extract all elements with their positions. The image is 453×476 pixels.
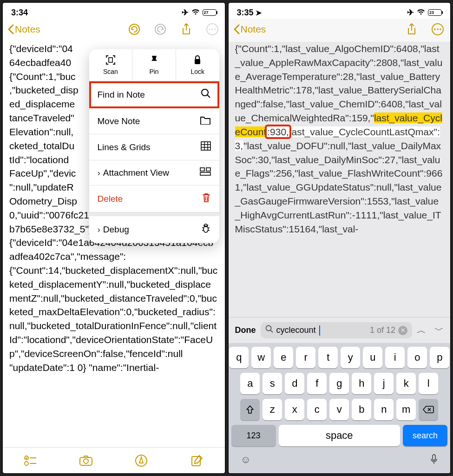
back-label: Notes: [15, 24, 40, 35]
scan-button[interactable]: Scan: [89, 49, 133, 81]
match-count: 1 of 12: [370, 325, 395, 335]
key-r[interactable]: r: [296, 347, 315, 368]
svg-rect-34: [433, 455, 435, 460]
key-s[interactable]: s: [263, 373, 282, 394]
key-k[interactable]: k: [396, 373, 416, 394]
backspace-key[interactable]: [419, 399, 438, 420]
key-w[interactable]: w: [251, 347, 271, 368]
key-h[interactable]: h: [352, 373, 371, 394]
cycle-count-value: :930,: [267, 126, 289, 137]
svg-line-33: [270, 330, 273, 332]
status-icons: ✈ 27: [182, 7, 217, 18]
emoji-key[interactable]: ☺: [241, 454, 251, 468]
back-button[interactable]: Notes: [233, 24, 266, 35]
key-u[interactable]: u: [363, 347, 382, 368]
key-t[interactable]: t: [318, 347, 338, 368]
phone-left: 3:34 ✈ 27 Notes {: [2, 2, 226, 474]
lock-button[interactable]: Lock: [176, 49, 219, 81]
svg-point-0: [129, 24, 139, 34]
wifi-icon: [417, 8, 425, 18]
svg-rect-14: [109, 58, 112, 62]
svg-rect-23: [200, 168, 204, 171]
redo-button[interactable]: [152, 21, 168, 37]
trash-icon: [202, 192, 211, 205]
back-button[interactable]: Notes: [7, 24, 40, 35]
key-d[interactable]: d: [285, 373, 304, 394]
key-i[interactable]: i: [385, 347, 405, 368]
checklist-icon[interactable]: [23, 453, 39, 469]
debug-row[interactable]: ›Debug: [89, 216, 219, 243]
delete-row[interactable]: Delete: [89, 185, 219, 212]
key-z[interactable]: z: [263, 399, 282, 420]
find-bar: Done cyclecount 1 of 12 ✕ ︿ ﹀: [229, 317, 451, 343]
key-l[interactable]: l: [419, 373, 438, 394]
find-in-note-row[interactable]: Find in Note: [89, 81, 219, 108]
location-icon: ➤: [256, 9, 262, 17]
lines-grids-row[interactable]: Lines & Grids: [89, 134, 219, 160]
grid-icon: [201, 141, 211, 153]
bottom-toolbar: [3, 447, 225, 473]
svg-rect-25: [200, 172, 210, 175]
more-button[interactable]: [204, 21, 220, 37]
status-bar: 3:35➤ ✈ 23: [229, 3, 451, 19]
attachment-icon: [200, 167, 211, 178]
search-key[interactable]: search: [403, 425, 447, 446]
nav-bar: Notes: [3, 19, 225, 42]
keyboard-row-1: qwertyuiop: [231, 347, 448, 368]
keyboard-row-3: zxcvbnm: [231, 399, 448, 420]
key-o[interactable]: o: [407, 347, 427, 368]
key-v[interactable]: v: [329, 399, 349, 420]
undo-button[interactable]: [126, 21, 142, 37]
numeric-key[interactable]: 123: [231, 425, 276, 446]
svg-point-16: [202, 89, 208, 96]
search-field[interactable]: cyclecount 1 of 12 ✕: [261, 322, 413, 338]
key-n[interactable]: n: [374, 399, 394, 420]
battery-icon: 27: [203, 9, 217, 16]
shift-key[interactable]: [240, 399, 260, 420]
svg-rect-24: [206, 168, 210, 171]
compose-icon[interactable]: [189, 453, 205, 469]
bug-icon: [201, 223, 211, 236]
key-b[interactable]: b: [352, 399, 371, 420]
dictation-key[interactable]: [430, 454, 438, 468]
svg-point-1: [155, 24, 165, 34]
share-button[interactable]: [404, 21, 420, 37]
svg-rect-15: [195, 59, 200, 64]
camera-icon[interactable]: [78, 453, 94, 469]
battery-icon: 23: [428, 9, 442, 16]
space-key[interactable]: space: [279, 425, 400, 446]
key-e[interactable]: e: [274, 347, 293, 368]
key-a[interactable]: a: [240, 373, 260, 394]
next-match-button[interactable]: ﹀: [434, 324, 444, 337]
share-button[interactable]: [178, 21, 194, 37]
key-j[interactable]: j: [374, 373, 394, 394]
key-f[interactable]: f: [307, 373, 327, 394]
prev-match-button[interactable]: ︿: [417, 324, 426, 337]
key-p[interactable]: p: [430, 347, 449, 368]
search-query: cyclecount: [276, 325, 316, 335]
more-button[interactable]: [430, 21, 446, 37]
key-x[interactable]: x: [285, 399, 304, 420]
markup-icon[interactable]: [133, 453, 149, 469]
wifi-icon: [191, 8, 200, 18]
folder-icon: [200, 115, 211, 127]
attachment-view-row[interactable]: ›Attachment View: [89, 160, 219, 185]
context-menu: Scan Pin Lock Find in Note Move Note: [89, 49, 219, 243]
key-m[interactable]: m: [396, 399, 416, 420]
done-button[interactable]: Done: [235, 325, 256, 335]
svg-rect-18: [201, 142, 210, 150]
key-q[interactable]: q: [229, 347, 249, 368]
move-note-row[interactable]: Move Note: [89, 108, 219, 134]
svg-point-27: [204, 224, 207, 227]
clear-search-button[interactable]: ✕: [398, 326, 407, 335]
key-g[interactable]: g: [329, 373, 349, 394]
key-y[interactable]: y: [341, 347, 360, 368]
key-c[interactable]: c: [307, 399, 327, 420]
svg-point-29: [434, 28, 436, 30]
pin-button[interactable]: Pin: [132, 49, 176, 81]
svg-point-8: [25, 462, 28, 465]
clock: 3:35➤: [237, 8, 262, 18]
status-icons: ✈ 23: [407, 7, 442, 18]
note-content[interactable]: {"Count":1,"last_value_AlgoChemID":6408,…: [229, 42, 451, 317]
back-label: Notes: [241, 24, 266, 35]
